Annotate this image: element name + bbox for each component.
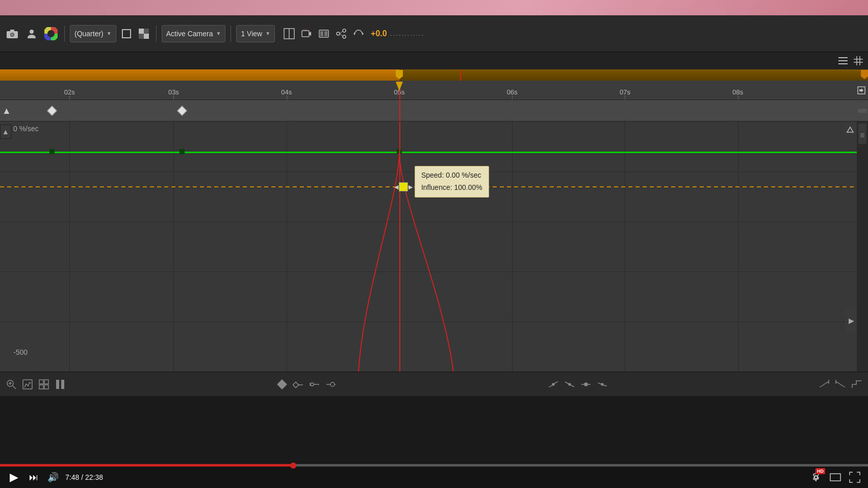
mini-scroll-handle[interactable] bbox=[858, 109, 867, 113]
svg-line-21 bbox=[340, 34, 343, 36]
time-label-04s: 04s bbox=[281, 88, 292, 96]
grid-h-3 bbox=[0, 272, 868, 272]
timeline-right-arrow-btn[interactable]: ▶ bbox=[846, 308, 857, 333]
camera-icon[interactable] bbox=[4, 26, 20, 42]
square-icon[interactable] bbox=[119, 27, 134, 41]
tangent-icon-2[interactable] bbox=[563, 377, 577, 392]
interp-icon-1[interactable] bbox=[291, 377, 305, 392]
tooltip-influence: Influence: 100.00% bbox=[421, 182, 482, 194]
view-dropdown[interactable]: 1 View ▼ bbox=[236, 25, 275, 42]
time-label-07s: 07s bbox=[620, 88, 630, 96]
extrapolate-icon-2[interactable] bbox=[833, 377, 848, 392]
scroll-handle[interactable] bbox=[858, 124, 866, 144]
frame-icon[interactable] bbox=[37, 377, 51, 392]
right-scrollbar bbox=[857, 121, 868, 372]
fullscreen-button[interactable] bbox=[848, 470, 862, 484]
grid-h-4 bbox=[0, 322, 868, 322]
right-icons-graph bbox=[845, 124, 856, 135]
extrapolate-icon-3[interactable] bbox=[850, 377, 864, 392]
graph-view-icon[interactable] bbox=[20, 377, 35, 392]
green-speed-line bbox=[0, 152, 868, 153]
svg-rect-13 bbox=[302, 31, 309, 37]
camera-sync-icon[interactable] bbox=[299, 27, 314, 41]
keyframe-row: ▲ bbox=[0, 100, 868, 121]
svg-rect-37 bbox=[39, 385, 43, 389]
grid-v-04s bbox=[287, 121, 287, 372]
keyframe-1[interactable] bbox=[47, 106, 57, 116]
tangent-icon-1[interactable] bbox=[546, 377, 560, 392]
render-icon[interactable] bbox=[317, 27, 331, 41]
active-camera-dropdown[interactable]: Active Camera ▼ bbox=[162, 25, 226, 42]
extrapolate-icon-1[interactable] bbox=[817, 377, 831, 392]
video-progress-bar[interactable] bbox=[0, 464, 868, 467]
tooltip: Speed: 0.00 %/sec Influence: 100.00% bbox=[415, 166, 489, 198]
svg-rect-39 bbox=[56, 380, 59, 389]
grid-h-2 bbox=[0, 222, 868, 222]
settings-button[interactable]: HD bbox=[809, 470, 823, 484]
tangent-icon-3[interactable] bbox=[579, 377, 593, 392]
toolbar: (Quarter) ▼ Active Camera ▼ 1 View ▼ bbox=[0, 15, 868, 52]
svg-point-19 bbox=[343, 35, 346, 38]
svg-rect-9 bbox=[144, 29, 149, 34]
playhead-top-marker bbox=[396, 82, 403, 91]
offset-value: +0.0 bbox=[371, 29, 387, 38]
active-camera-label: Active Camera bbox=[166, 30, 213, 38]
tick-07s bbox=[625, 95, 625, 100]
quarter-dropdown[interactable]: (Quarter) ▼ bbox=[70, 25, 116, 42]
expand-arrow[interactable]: ▲ bbox=[2, 105, 11, 116]
tick-08s bbox=[738, 95, 738, 100]
svg-rect-6 bbox=[122, 30, 131, 38]
orange-kf-handle[interactable]: ◀ ▶ bbox=[394, 182, 413, 191]
svg-rect-36 bbox=[44, 380, 48, 384]
interp-icon-3[interactable] bbox=[324, 377, 338, 392]
svg-rect-38 bbox=[44, 385, 48, 389]
svg-point-52 bbox=[584, 383, 588, 386]
timeline-section: 02s 03s 04s 05s 06s 07s 08s ▲ bbox=[0, 69, 868, 396]
video-controls-row: ▶ ⏭ 🔊 7:48 / 22:38 HD bbox=[0, 467, 868, 488]
next-frame-button[interactable]: ⏭ bbox=[27, 470, 41, 484]
yellow-kf-box bbox=[399, 182, 408, 191]
red-in-marker bbox=[460, 69, 461, 81]
graph-icon-1[interactable] bbox=[845, 124, 856, 135]
tick-03s bbox=[173, 95, 174, 100]
theater-mode-button[interactable] bbox=[828, 470, 843, 484]
rotation-icon[interactable] bbox=[351, 27, 366, 41]
timeline-scrubber[interactable] bbox=[0, 69, 868, 81]
svg-point-47 bbox=[330, 382, 335, 386]
node-icon[interactable] bbox=[334, 27, 348, 41]
svg-rect-10 bbox=[139, 34, 144, 39]
svg-rect-40 bbox=[61, 380, 64, 389]
video-progress-dot bbox=[290, 462, 296, 469]
timeline-bottom-controls: ▶ bbox=[0, 372, 868, 396]
keyframe-row-playhead bbox=[399, 100, 400, 121]
keyframe-2[interactable] bbox=[177, 106, 188, 116]
green-kf-2[interactable] bbox=[180, 149, 185, 154]
hamburger-icon[interactable] bbox=[837, 55, 849, 66]
svg-rect-8 bbox=[144, 34, 149, 39]
y-label-bottom: -500 bbox=[13, 348, 28, 356]
grid-v-02s bbox=[69, 121, 70, 372]
keyframe-btn[interactable] bbox=[275, 377, 289, 392]
svg-point-53 bbox=[601, 383, 603, 385]
tangent-icon-4[interactable] bbox=[595, 377, 609, 392]
view-arrow: ▼ bbox=[265, 31, 270, 36]
zoom-icon[interactable] bbox=[4, 377, 18, 392]
layout-icon-1[interactable] bbox=[282, 27, 296, 41]
volume-button[interactable]: 🔊 bbox=[46, 470, 60, 484]
right-icons-keyframe bbox=[858, 109, 867, 113]
grid-v-07s bbox=[625, 121, 625, 372]
play-button[interactable]: ▶ bbox=[6, 470, 21, 485]
person-icon[interactable] bbox=[23, 26, 40, 42]
grid-v-08s bbox=[738, 121, 738, 372]
svg-point-4 bbox=[30, 30, 34, 34]
pause-icon[interactable] bbox=[53, 377, 67, 392]
quarter-label: (Quarter) bbox=[74, 30, 104, 38]
grid-icon[interactable] bbox=[853, 55, 864, 66]
graph-up-btn[interactable]: ▲ bbox=[0, 125, 11, 139]
interp-icon-2[interactable] bbox=[308, 377, 322, 392]
ruler-right-icon[interactable] bbox=[856, 85, 867, 96]
color-wheel-icon[interactable] bbox=[43, 26, 59, 42]
time-display: 7:48 / 22:38 bbox=[65, 473, 103, 481]
checkerboard-icon[interactable] bbox=[137, 27, 151, 41]
green-kf-1[interactable] bbox=[49, 149, 55, 154]
